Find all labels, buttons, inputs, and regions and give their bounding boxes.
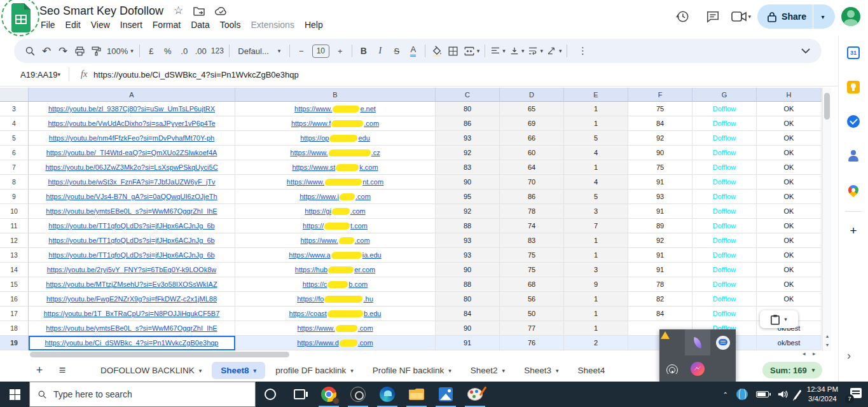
cell-d[interactable]: 78 [500,204,564,219]
cell-e[interactable]: 4 [564,146,628,160]
cell-c[interactable]: 95 [436,190,500,204]
cell-g-dofollow[interactable]: Dofflow [692,219,757,233]
cell-g-dofollow[interactable]: Dofflow [692,190,757,204]
cell-d[interactable]: 65 [500,102,564,116]
row-number[interactable]: 18 [0,321,29,336]
cell-d[interactable]: 75 [500,248,564,263]
menu-view[interactable]: View [86,18,115,32]
cell-g-dofollow[interactable]: Dofflow [692,307,757,321]
cell-c[interactable]: 90 [436,321,500,336]
cell-g-dofollow[interactable]: Dofflow [692,233,757,248]
cell-c[interactable]: 86 [436,116,500,131]
cell-c[interactable]: 84 [436,307,500,321]
messenger-icon[interactable] [685,355,710,382]
share-dropdown-icon[interactable]: ▾ [813,13,832,20]
chat-app-icon[interactable] [710,329,736,355]
website-link[interactable]: https://www.nt.com [287,178,383,186]
cell-h-status[interactable]: OK [757,102,822,116]
cell-f[interactable]: 93 [628,190,692,204]
notification-center-button[interactable]: 7 [846,387,862,402]
decrease-decimal-button[interactable]: .0 [176,42,193,60]
column-header-D[interactable]: D [500,88,564,102]
cell-e[interactable]: 3 [564,204,628,219]
youtube-link[interactable]: https://youtu.be/06JZwZ3Mk2o?si=LsXspwPS… [45,163,217,171]
collapse-toolbar-icon[interactable] [797,42,814,60]
sheet-tab-menu-icon[interactable]: ▾ [254,368,257,374]
cell-e[interactable]: 1 [564,233,628,248]
cell-h-status[interactable]: OK [757,248,822,263]
vertical-scrollbar-thumb[interactable] [824,93,830,120]
menu-tools[interactable]: Tools [215,18,246,32]
cell-d[interactable]: 86 [500,190,564,204]
comment-icon[interactable] [701,4,725,29]
cell-a[interactable]: https://youtu.be/TT1qfoQLdDs?si=jfJHpx6A… [29,219,235,233]
taskbar-clock[interactable]: 12:34 PM 3/4/2024 [807,385,838,404]
sheet-tab-profile-nf-backlink[interactable]: Profile NF backlink ▾ [364,362,460,379]
cell-f[interactable]: 91 [628,263,692,277]
youtube-link[interactable]: https://youtu.be/1T_BxTRaCpU?si=N8POJJiH… [44,310,220,317]
cell-b[interactable]: https://huber.com [235,263,436,277]
more-toolbar-icon[interactable]: ⋮ [574,42,591,60]
cell-b[interactable]: https://t.com [235,219,436,233]
cell-d[interactable]: 77 [500,321,564,336]
search-menus-icon[interactable] [22,42,38,60]
cell-c[interactable]: 83 [436,160,500,175]
cell-h-status[interactable]: OK [757,277,822,292]
cell-c[interactable]: 93 [436,233,500,248]
cell-f[interactable]: 84 [628,116,692,131]
network-globe-icon[interactable] [736,389,748,400]
menu-file[interactable]: File [36,18,60,32]
youtube-link[interactable]: https://youtu.be/wSt3x_FznFA?si=7JbfJaUZ… [48,178,215,186]
text-wrap-button[interactable]: ▾ [526,42,545,60]
cell-d[interactable]: 68 [500,277,564,292]
borders-button[interactable] [445,42,462,60]
cell-e[interactable]: 5 [564,190,628,204]
youtube-link[interactable]: https://youtu.be/ymtsEBe0L_s?si=WwM67Ogq… [46,324,217,332]
cell-f[interactable]: 91 [628,204,692,219]
row-number[interactable]: 12 [0,233,29,248]
print-icon[interactable] [71,42,88,60]
cell-h-status[interactable]: ok/best [757,336,822,350]
menu-format[interactable]: Format [148,18,186,32]
cell-c[interactable]: 91 [436,336,500,350]
cell-d[interactable]: 74 [500,219,564,233]
cell-c[interactable]: 90 [436,263,500,277]
cell-d[interactable]: 83 [500,233,564,248]
increase-font-size-button[interactable]: + [332,42,348,60]
youtube-link[interactable]: https://youtu.be/Ci_dSWBkc_4?si=Pn1WvkcZ… [45,339,218,347]
row-number[interactable]: 10 [0,204,29,219]
column-header-C[interactable]: C [436,88,500,102]
cell-g-dofollow[interactable]: Dofflow [692,160,757,175]
cell-d[interactable]: 56 [500,292,564,307]
name-box[interactable]: A19:AA19▾ [0,70,64,79]
decrease-font-size-button[interactable]: − [293,42,310,60]
cell-b[interactable]: https://fo.hu [235,292,436,307]
fill-color-button[interactable] [429,42,445,60]
cell-e[interactable]: 1 [564,292,628,307]
cell-g-dofollow[interactable]: Dofflow [692,277,757,292]
battery-icon[interactable] [756,391,769,397]
sheet-tab-menu-icon[interactable]: ▾ [502,368,506,374]
menu-data[interactable]: Data [186,18,215,32]
cell-a[interactable]: https://youtu.be/1T_BxTRaCpU?si=N8POJJiH… [29,307,235,321]
website-link[interactable]: https://www.i.com [300,193,371,200]
font-size-input[interactable]: 10 [312,45,329,58]
youtube-link[interactable]: https://youtu.be/VwUdAcDixho?si=saJPyyer… [48,120,215,127]
cell-b[interactable]: https://www..cz [235,146,436,160]
cell-a[interactable]: https://youtu.be/VwUdAcDixho?si=saJPyyer… [29,116,235,131]
photos-app-icon[interactable] [431,382,460,407]
column-header-B[interactable]: B [235,88,436,102]
youtube-link[interactable]: https://youtu.be/VJs4-B7N_gA?si=0aQQwqUI… [46,193,217,200]
row-number[interactable]: 11 [0,219,29,233]
file-explorer-icon[interactable] [402,382,431,407]
cell-d[interactable]: 70 [500,175,564,190]
cell-h-status[interactable]: OK [757,233,822,248]
youtube-link[interactable]: https://youtu.be/2ryi5vY_FNY?si=6TbEq0Y-… [47,266,216,273]
keep-icon[interactable] [846,80,860,94]
cell-h-status[interactable]: OK [757,131,822,146]
sheet-tab-menu-icon[interactable]: ▾ [448,368,451,374]
hidden-icons-chevron[interactable]: ⌃ [722,391,727,398]
youtube-link[interactable]: https://youtu.be/zl_9387Cj80?si=uSw_UmTs… [48,105,215,113]
cell-g-dofollow[interactable]: Dofflow [692,204,757,219]
cell-h-status[interactable]: OK [757,190,822,204]
